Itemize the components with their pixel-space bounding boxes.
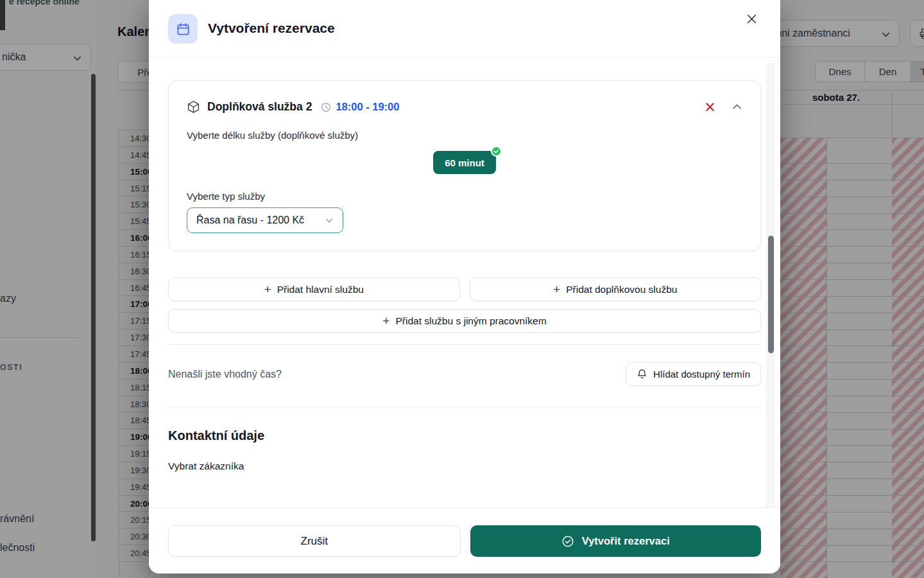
modal-header: Vytvoření rezervace bbox=[149, 0, 780, 58]
service-title: Doplňková služba 2 bbox=[207, 100, 312, 114]
add-other-worker-service-button[interactable]: + Přidat službu s jiným pracovníkem bbox=[168, 309, 761, 333]
cancel-button[interactable]: Zrušit bbox=[168, 525, 461, 557]
chevron-down-icon bbox=[325, 216, 334, 225]
add-main-service-button[interactable]: + Přidat hlavní službu bbox=[168, 277, 460, 301]
add-service-actions: + Přidat hlavní službu + Přidat doplňkov… bbox=[168, 277, 761, 301]
duration-value: 60 minut bbox=[445, 157, 484, 168]
modal-body: Doplňková služba 2 18:00 - 19:00 Vyberte… bbox=[149, 58, 780, 507]
watch-available-slot-button[interactable]: Hlídat dostupný termín bbox=[626, 362, 761, 386]
add-other-worker-service-label: Přidat službu s jiným pracovníkem bbox=[395, 315, 546, 327]
package-icon bbox=[187, 100, 200, 114]
contact-section-heading: Kontaktní údaje bbox=[168, 428, 761, 443]
watch-availability-row: Nenašli jste vhodný čas? Hlídat dostupný… bbox=[168, 362, 761, 386]
reservation-modal: Vytvoření rezervace Doplňková služba 2 1… bbox=[149, 0, 780, 574]
modal-scrollbar-thumb[interactable] bbox=[768, 236, 774, 353]
modal-title: Vytvoření rezervace bbox=[208, 21, 335, 36]
service-card-header: Doplňková služba 2 18:00 - 19:00 bbox=[187, 100, 742, 114]
red-x-icon bbox=[705, 102, 715, 112]
duration-label: Vyberte délku služby (doplňkové služby) bbox=[187, 130, 742, 141]
close-button[interactable] bbox=[744, 12, 758, 26]
create-reservation-label: Vytvořit rezervaci bbox=[582, 535, 670, 547]
service-card: Doplňková služba 2 18:00 - 19:00 Vyberte… bbox=[168, 80, 761, 251]
close-icon bbox=[746, 13, 757, 24]
service-time-range: 18:00 - 19:00 bbox=[336, 101, 399, 113]
remove-service-button[interactable] bbox=[705, 102, 715, 112]
selected-check-badge bbox=[491, 146, 502, 157]
no-time-found-text: Nenašli jste vhodný čas? bbox=[168, 369, 282, 380]
select-customer-label: Vybrat zákazníka bbox=[168, 460, 761, 472]
screen: e recepce online nička azy OSTI rávnění … bbox=[0, 0, 924, 578]
section-divider bbox=[168, 407, 761, 407]
plus-icon: + bbox=[553, 283, 560, 295]
check-icon bbox=[493, 148, 499, 154]
modal-footer: Zrušit Vytvořit rezervaci bbox=[149, 507, 780, 574]
calendar-icon-badge bbox=[168, 14, 198, 44]
duration-options: 60 minut bbox=[187, 151, 742, 174]
section-divider bbox=[168, 344, 761, 345]
type-label: Vyberte typ služby bbox=[187, 191, 742, 202]
add-addon-service-button[interactable]: + Přidat doplňkovou službu bbox=[470, 277, 762, 301]
bell-icon bbox=[637, 369, 647, 380]
check-circle-icon bbox=[561, 535, 574, 548]
clock-icon bbox=[321, 102, 331, 112]
duration-option-selected[interactable]: 60 minut bbox=[433, 151, 496, 174]
collapse-service-button[interactable] bbox=[732, 101, 742, 112]
add-main-service-label: Přidat hlavní službu bbox=[277, 284, 364, 295]
watch-available-slot-label: Hlídat dostupný termín bbox=[653, 369, 750, 380]
plus-icon: + bbox=[382, 315, 389, 327]
add-addon-service-label: Přidat doplňkovou službu bbox=[566, 284, 677, 295]
plus-icon: + bbox=[264, 283, 271, 295]
service-type-value: Řasa na řasu - 1200 Kč bbox=[196, 215, 304, 226]
chevron-up-icon bbox=[732, 101, 742, 112]
service-type-select[interactable]: Řasa na řasu - 1200 Kč bbox=[187, 207, 343, 233]
create-reservation-button[interactable]: Vytvořit rezervaci bbox=[470, 525, 762, 557]
calendar-icon bbox=[176, 22, 191, 37]
